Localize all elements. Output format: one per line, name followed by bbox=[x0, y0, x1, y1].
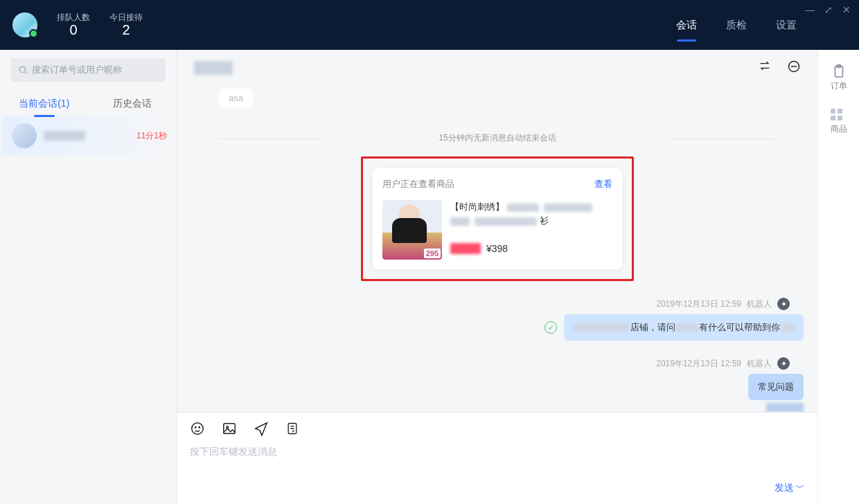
tab-settings[interactable]: 设置 bbox=[776, 15, 797, 36]
message-meta: 2019年12月13日 12:59 机器人 ✦ bbox=[205, 357, 790, 370]
window-buttons: — ⤢ ✕ bbox=[805, 4, 851, 15]
search-icon bbox=[18, 65, 28, 75]
note-icon[interactable] bbox=[285, 421, 299, 439]
highlight-box: 用户正在查看商品 查看 295 【时尚刺绣】 bbox=[361, 156, 634, 281]
price-tag bbox=[450, 243, 481, 254]
customer-name bbox=[44, 131, 85, 141]
app-header: 排队人数 0 今日接待 2 会话 质检 设置 — ⤢ ✕ bbox=[0, 0, 859, 50]
chevron-down-icon: ﹀ bbox=[795, 482, 805, 494]
dock-orders[interactable]: 订单 bbox=[831, 64, 847, 92]
emoji-icon[interactable] bbox=[190, 421, 205, 439]
product-image: 295 bbox=[382, 200, 442, 260]
conversation-item[interactable]: 11分1秒 bbox=[0, 116, 177, 155]
main-tabs: 会话 质检 设置 bbox=[676, 15, 797, 36]
product-card[interactable]: 用户正在查看商品 查看 295 【时尚刺绣】 bbox=[373, 168, 622, 269]
svg-line-1 bbox=[25, 72, 27, 74]
delivered-icon: ✓ bbox=[544, 321, 557, 334]
product-title: 【时尚刺绣】 衫 bbox=[450, 200, 612, 228]
search-placeholder: 搜索订单号或用户昵称 bbox=[32, 64, 122, 76]
end-session-icon[interactable] bbox=[787, 60, 801, 76]
bot-greeting: 店铺，请问 有什么可以帮助到你 bbox=[564, 314, 804, 341]
sidebar: 搜索订单号或用户昵称 当前会话(1) 历史会话 11分1秒 bbox=[0, 50, 177, 504]
message-input[interactable]: 按下回车键发送消息 bbox=[190, 446, 805, 482]
served-value: 2 bbox=[109, 22, 143, 38]
tab-current[interactable]: 当前会话(1) bbox=[0, 90, 89, 116]
tab-chat[interactable]: 会话 bbox=[676, 15, 697, 36]
bot-icon: ✦ bbox=[777, 357, 790, 370]
svg-rect-7 bbox=[224, 424, 236, 434]
tab-history[interactable]: 历史会话 bbox=[89, 90, 177, 116]
product-badge: 295 bbox=[424, 249, 441, 258]
product-info: 【时尚刺绣】 衫 ¥398 bbox=[450, 200, 612, 260]
wait-time: 11分1秒 bbox=[136, 130, 167, 142]
chat-header-actions bbox=[758, 60, 801, 76]
composer: 按下回车键发送消息 发送 ﹀ bbox=[177, 412, 817, 504]
card-view-link[interactable]: 查看 bbox=[594, 178, 612, 190]
faq-bubble[interactable]: 常见问题 bbox=[748, 374, 804, 400]
send-button[interactable]: 发送 ﹀ bbox=[774, 482, 805, 494]
bot-icon: ✦ bbox=[777, 298, 790, 310]
dock-products[interactable]: 商品 bbox=[831, 109, 847, 135]
search-input[interactable]: 搜索订单号或用户昵称 bbox=[11, 58, 166, 82]
chat-title bbox=[194, 61, 233, 75]
system-hint: 15分钟内无新消息自动结束会话 bbox=[191, 132, 804, 144]
svg-point-6 bbox=[199, 426, 200, 427]
clipboard-icon bbox=[831, 64, 847, 79]
image-icon[interactable] bbox=[222, 421, 237, 439]
svg-point-5 bbox=[195, 426, 196, 427]
user-message: asa bbox=[219, 89, 253, 107]
chat-header bbox=[177, 50, 817, 86]
conversation-tabs: 当前会话(1) 历史会话 bbox=[0, 90, 177, 116]
right-dock: 订单 商品 bbox=[817, 50, 859, 504]
message-list: asa 15分钟内无新消息自动结束会话 用户正在查看商品 查看 295 bbox=[177, 86, 817, 412]
maximize-icon[interactable]: ⤢ bbox=[824, 4, 833, 15]
product-price: ¥398 bbox=[486, 243, 508, 254]
customer-avatar bbox=[12, 123, 37, 148]
agent-avatar[interactable] bbox=[12, 12, 37, 37]
transfer-icon[interactable] bbox=[758, 60, 772, 76]
grid-icon bbox=[831, 109, 847, 120]
close-icon[interactable]: ✕ bbox=[842, 4, 851, 15]
minimize-icon[interactable]: — bbox=[805, 4, 815, 15]
send-file-icon[interactable] bbox=[254, 421, 269, 439]
svg-point-4 bbox=[192, 423, 204, 435]
served-stat: 今日接待 2 bbox=[109, 12, 143, 38]
queue-stat: 排队人数 0 bbox=[57, 12, 90, 38]
card-title: 用户正在查看商品 bbox=[382, 178, 454, 190]
svg-point-0 bbox=[19, 66, 25, 72]
composer-toolbar bbox=[190, 421, 805, 439]
chat-panel: asa 15分钟内无新消息自动结束会话 用户正在查看商品 查看 295 bbox=[177, 50, 817, 504]
queue-value: 0 bbox=[57, 22, 90, 38]
tab-qc[interactable]: 质检 bbox=[726, 15, 747, 36]
message-meta: 2019年12月13日 12:59 机器人 ✦ bbox=[205, 298, 790, 310]
